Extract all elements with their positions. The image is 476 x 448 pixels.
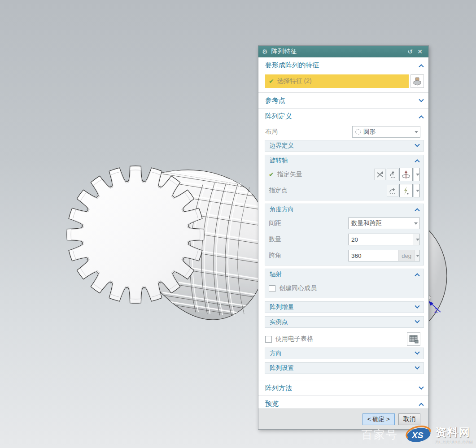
select-feature-field[interactable]: ✔ 选择特征 (2) [265, 74, 409, 88]
dropdown-arrow-icon [416, 190, 419, 192]
specify-point-label: 指定点 [269, 187, 288, 195]
span-angle-field-wrap: deg [348, 250, 420, 261]
dropdown-arrow-icon [415, 131, 418, 133]
pattern-feature-dialog: ⚙ 阵列特征 ↺ ✕ 要形成阵列的特征 ✔ 选择特征 (2) [258, 45, 429, 430]
point-dialog-button[interactable] [387, 185, 398, 196]
layout-label: 布局 [265, 128, 278, 136]
subsection-pattern-settings[interactable]: 阵列设置 [265, 362, 424, 374]
chevron-down-icon[interactable] [419, 384, 424, 389]
subsection-pattern-increment[interactable]: 阵列增量 [265, 301, 424, 313]
subsection-title: 旋转轴 [270, 157, 288, 165]
chevron-down-icon[interactable] [415, 350, 419, 355]
vector-options-dropdown[interactable] [414, 168, 420, 181]
use-spreadsheet-checkbox[interactable] [265, 336, 272, 343]
span-formula-dropdown[interactable] [415, 250, 419, 261]
chevron-down-icon[interactable] [415, 142, 419, 147]
circular-layout-icon [355, 129, 361, 135]
angular-direction-header[interactable]: 角度方向 [265, 204, 424, 215]
ok-button[interactable]: < 确定 > [362, 413, 395, 425]
z-axis-label: Z [434, 307, 438, 314]
chevron-down-icon[interactable] [419, 97, 424, 102]
rotation-axis-header[interactable]: 旋转轴 [265, 155, 424, 166]
dropdown-arrow-icon [416, 255, 419, 257]
chevron-down-icon[interactable] [415, 365, 419, 370]
section-title: 阵列定义 [265, 112, 292, 121]
reset-button[interactable]: ↺ [405, 47, 415, 56]
dialog-titlebar[interactable]: ⚙ 阵列特征 ↺ ✕ [258, 46, 428, 57]
rotation-axis-icon [401, 169, 411, 180]
subsection-title: 辐射 [270, 270, 282, 278]
inferred-point-icon [401, 185, 411, 196]
span-angle-label: 跨角 [269, 252, 281, 260]
use-spreadsheet-label: 使用电子表格 [275, 335, 313, 343]
layout-dropdown[interactable]: 圆形 [352, 126, 420, 138]
section-feature-to-pattern[interactable]: 要形成阵列的特征 [258, 57, 428, 73]
chevron-up-icon[interactable] [415, 208, 419, 213]
check-icon: ✔ [269, 171, 274, 178]
watermark-url: ZL.XS1616.COM [436, 440, 473, 444]
dropdown-arrow-icon [414, 222, 418, 225]
section-title: 参考点 [265, 96, 285, 105]
cancel-button[interactable]: 取消 [398, 413, 420, 425]
concentric-members-checkbox[interactable] [269, 285, 275, 292]
chevron-down-icon[interactable] [415, 318, 419, 323]
vector-dialog-button[interactable] [387, 169, 398, 180]
gear-icon: ⚙ [262, 48, 268, 55]
edit-spreadsheet-button[interactable] [407, 332, 420, 346]
feature-solid-button[interactable] [410, 74, 424, 88]
chevron-up-icon[interactable] [419, 115, 424, 120]
section-pattern-definition[interactable]: 阵列定义 [258, 109, 428, 124]
rotation-axis-vector-button[interactable] [399, 168, 413, 181]
point-dialog-icon [388, 186, 397, 195]
spacing-value: 数量和跨距 [351, 219, 382, 227]
watermark-baijia-text: 百家号 [362, 427, 398, 442]
spreadsheet-icon [409, 335, 419, 344]
subsection-orientation[interactable]: 方向 [265, 348, 424, 359]
unit-label: deg [398, 250, 415, 261]
section-title: 要形成阵列的特征 [265, 61, 319, 70]
radiate-header[interactable]: 辐射 [265, 269, 424, 280]
subsection-angular-direction: 角度方向 间距 数量和跨距 数量 [265, 204, 424, 265]
spacing-label: 间距 [269, 219, 281, 227]
subsection-radiate: 辐射 创建同心成员 [265, 269, 424, 298]
check-icon: ✔ [269, 78, 274, 85]
vector-dialog-icon [388, 170, 397, 179]
chevron-up-icon[interactable] [419, 403, 424, 408]
chevron-down-icon[interactable] [415, 304, 419, 309]
subsection-title: 方向 [270, 349, 282, 357]
section-pattern-method[interactable]: 阵列方法 [258, 380, 428, 396]
xs-logo: XS [404, 426, 433, 444]
span-angle-input[interactable] [349, 250, 398, 261]
count-input[interactable] [349, 234, 413, 245]
chevron-up-icon[interactable] [419, 64, 424, 69]
dropdown-arrow-icon [416, 239, 419, 241]
chevron-up-icon[interactable] [415, 159, 419, 164]
section-reference-point[interactable]: 参考点 [258, 93, 428, 108]
count-label: 数量 [269, 235, 281, 244]
solid-body-icon [412, 76, 422, 86]
inferred-vector-button[interactable] [374, 169, 386, 180]
count-formula-dropdown[interactable] [413, 234, 419, 245]
section-title: 阵列方法 [265, 384, 292, 392]
concentric-members-label: 创建同心成员 [279, 284, 317, 292]
app-window: Z ⚙ 阵列特征 ↺ ✕ 要形成阵列的特征 ✔ 选择特征 (2) [0, 0, 476, 448]
layout-value: 圆形 [363, 128, 376, 136]
inferred-point-button[interactable] [399, 184, 413, 197]
subsection-title: 阵列增量 [270, 303, 294, 311]
section-preview[interactable]: 预览 [258, 396, 428, 409]
subsection-title: 角度方向 [270, 205, 294, 213]
subsection-boundary[interactable]: 边界定义 [265, 140, 424, 152]
watermark: 百家号 XS 资料网 ZL.XS1616.COM [362, 425, 475, 444]
xs-logo-text: XS [411, 431, 424, 440]
subsection-title: 边界定义 [270, 142, 294, 150]
subsection-instance-points[interactable]: 实例点 [265, 316, 424, 328]
count-field-wrap [348, 234, 420, 245]
chevron-up-icon[interactable] [415, 273, 419, 278]
crossed-arrows-icon [376, 170, 384, 179]
subsection-title: 实例点 [270, 318, 288, 326]
select-feature-label: 选择特征 (2) [277, 77, 312, 85]
close-button[interactable]: ✕ [415, 47, 425, 56]
spacing-dropdown[interactable]: 数量和跨距 [348, 217, 420, 229]
subsection-rotation-axis: 旋转轴 ✔ 指定矢量 [265, 155, 424, 200]
point-options-dropdown[interactable] [414, 184, 420, 197]
